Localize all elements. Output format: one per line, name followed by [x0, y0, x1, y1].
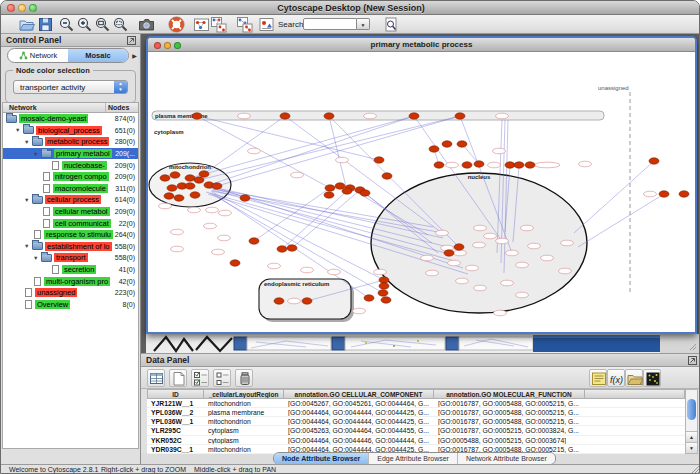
tree-row[interactable]: macromolecule311(0)	[3, 183, 138, 195]
network-node[interactable]	[379, 277, 389, 283]
expand-arrow-icon[interactable]: ▼	[15, 127, 23, 133]
table-row[interactable]: YPL036W__2plasma membrane[GO:0044464, GO…	[147, 408, 685, 417]
delete-attribute-icon[interactable]	[235, 369, 253, 387]
zoom-out-icon[interactable]	[58, 16, 75, 33]
tree-row[interactable]: nitrogen compo209(0)	[3, 171, 138, 183]
network-node[interactable]	[679, 191, 689, 197]
network-node[interactable]	[174, 195, 184, 201]
float-data-panel-icon[interactable]	[688, 356, 697, 365]
node-color-attribute-select[interactable]: transporter activity ▲▼	[13, 80, 128, 94]
tree-row[interactable]: ▼primary metabol209(...	[3, 148, 138, 160]
network-node[interactable]	[457, 141, 467, 147]
tree-row[interactable]: ▼establishment of lo558(0)	[3, 241, 138, 253]
network-node[interactable]	[342, 188, 352, 194]
network-node[interactable]	[442, 141, 452, 147]
network-node[interactable]	[167, 185, 177, 191]
unselect-attributes-icon[interactable]	[213, 369, 231, 387]
network-node[interactable]	[444, 250, 454, 256]
expand-arrow-icon[interactable]: ▼	[24, 197, 32, 203]
expand-arrow-icon[interactable]: ▼	[24, 243, 32, 249]
search-dropdown-arrow-icon[interactable]: ▼	[357, 18, 370, 30]
network-node[interactable]	[462, 162, 472, 168]
table-scrollbar[interactable]: ▲ ▼	[685, 389, 698, 454]
network-node[interactable]	[185, 175, 195, 181]
save-session-icon[interactable]	[37, 16, 54, 33]
help-icon[interactable]	[168, 16, 185, 33]
table-row[interactable]: YLR295Ccytoplasm[GO:0045263, GO:0044464,…	[147, 426, 685, 435]
tree-row[interactable]: secretion41(0)	[3, 264, 138, 276]
network-node[interactable]	[514, 162, 524, 168]
network-node[interactable]	[505, 162, 515, 168]
annotation-icon[interactable]	[258, 16, 275, 33]
network-node[interactable]	[454, 244, 464, 250]
column-header-molecular-function[interactable]: annotation.GO MOLECULAR_FUNCTION	[434, 389, 585, 399]
float-panel-icon[interactable]	[127, 36, 136, 45]
tree-row[interactable]: Overview8(0)	[3, 299, 138, 311]
import-attributes-icon[interactable]	[625, 369, 643, 387]
network-node[interactable]	[360, 190, 370, 196]
first-neighbors-icon[interactable]	[193, 16, 210, 33]
network-node[interactable]	[277, 246, 287, 252]
network-node[interactable]	[199, 171, 209, 177]
network-node[interactable]	[230, 260, 240, 266]
table-row[interactable]: YJR121W__1mitochondrion[GO:0045267, GO:0…	[147, 399, 685, 408]
network-node[interactable]	[409, 113, 419, 119]
zoom-fit-icon[interactable]	[94, 16, 111, 33]
network-node[interactable]	[324, 113, 334, 119]
network-node[interactable]	[185, 183, 195, 189]
app-resize-grip-icon[interactable]	[691, 465, 700, 474]
function-builder-icon[interactable]: f(x)	[607, 369, 625, 387]
column-header-cellular-component[interactable]: annotation.GO CELLULAR_COMPONENT	[284, 389, 434, 399]
tab-mosaic[interactable]: Mosaic	[68, 49, 128, 62]
select-attributes-icon[interactable]	[191, 369, 209, 387]
network-node[interactable]	[240, 195, 250, 201]
network-node[interactable]	[335, 183, 345, 189]
network-node[interactable]	[194, 177, 204, 183]
scroll-up-icon[interactable]: ▲	[686, 431, 697, 442]
tab-network[interactable]: Network	[8, 49, 68, 62]
network-node[interactable]	[649, 158, 659, 164]
table-row[interactable]: YKR052Ccytoplasm[GO:0044464, GO:0044446,…	[147, 436, 685, 445]
tree-row[interactable]: nucleobase-209(0)	[3, 159, 138, 171]
network-node[interactable]	[379, 283, 389, 289]
network-node[interactable]	[302, 298, 312, 304]
tree-row[interactable]: ▼metabolic process280(0)	[3, 136, 138, 148]
column-header-id[interactable]: ID	[147, 389, 204, 399]
tree-row[interactable]: ▼cellular process614(0)	[3, 194, 138, 206]
network-node[interactable]	[280, 113, 290, 119]
tab-edge-attribute-browser[interactable]: Edge Attribute Browser	[368, 453, 457, 464]
network-node[interactable]	[170, 172, 180, 178]
network-node[interactable]	[287, 245, 297, 251]
network-node[interactable]	[525, 162, 535, 168]
zoom-selected-region-icon[interactable]	[112, 16, 129, 33]
tab-node-attribute-browser[interactable]: Node Attribute Browser	[274, 453, 368, 464]
scroll-down-icon[interactable]: ▼	[686, 442, 697, 453]
expand-arrow-icon[interactable]: ▼	[24, 139, 32, 145]
network-node[interactable]	[474, 161, 484, 167]
attribute-table-icon[interactable]	[147, 369, 165, 387]
network-node[interactable]	[325, 185, 335, 191]
table-row[interactable]: YPL036W__1mitochondrion[GO:0044464, GO:0…	[147, 417, 685, 426]
network-node[interactable]	[381, 297, 391, 303]
take-snapshot-icon[interactable]	[138, 16, 155, 33]
network-node[interactable]	[374, 157, 384, 163]
network-node[interactable]	[164, 193, 174, 199]
network-node[interactable]	[274, 298, 284, 304]
tree-row[interactable]: ▼biological_process651(0)	[3, 125, 138, 137]
expand-arrow-icon[interactable]: ▼	[33, 151, 41, 157]
tree-row[interactable]: response to stimulu264(0)	[3, 229, 138, 241]
new-network-from-selection-icon[interactable]	[210, 16, 227, 33]
combo-stepper-icon[interactable]: ▲▼	[114, 81, 127, 93]
search-options-icon[interactable]	[383, 16, 400, 33]
tree-row[interactable]: mosaic-demo-yeast874(0)	[3, 113, 138, 125]
network-node[interactable]	[192, 113, 202, 119]
open-session-icon[interactable]	[18, 16, 35, 33]
network-node[interactable]	[160, 175, 170, 181]
tree-row[interactable]: unassigned223(0)	[3, 287, 138, 299]
expand-arrow-icon[interactable]: ▼	[33, 255, 41, 261]
network-node[interactable]	[434, 162, 444, 168]
attribute-notes-icon[interactable]	[589, 369, 607, 387]
search-input[interactable]	[303, 18, 357, 30]
network-node[interactable]	[382, 173, 392, 179]
tab-network-attribute-browser[interactable]: Network Attribute Browser	[457, 453, 555, 464]
